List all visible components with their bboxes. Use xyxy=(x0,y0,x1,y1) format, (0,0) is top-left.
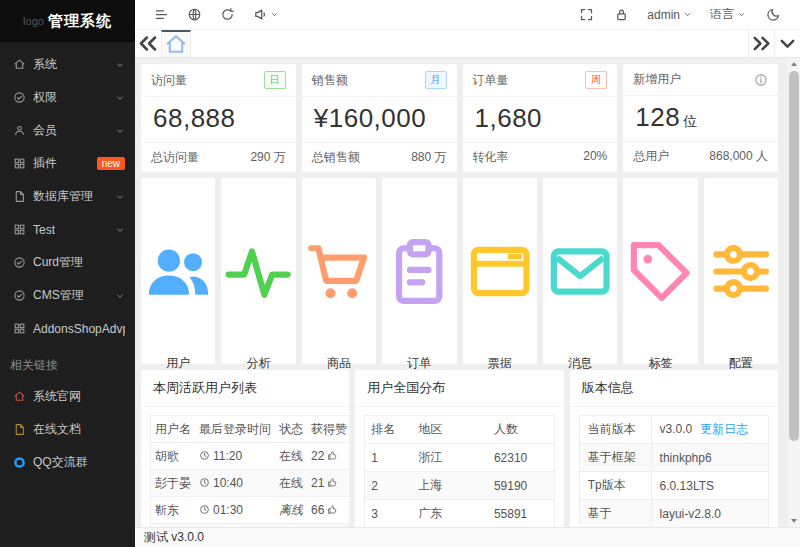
shortcut-users[interactable]: 用户 xyxy=(141,178,215,364)
sidebar-item-database[interactable]: 数据库管理 xyxy=(0,180,135,213)
sidebar-item-addonsshop[interactable]: AddonsShopAdvposition xyxy=(0,312,135,345)
sidebar-link-online-docs[interactable]: 在线文档 xyxy=(0,413,135,446)
grid-icon xyxy=(13,223,26,236)
clock-icon xyxy=(199,450,210,464)
col-header: 排名 xyxy=(365,416,412,444)
panel-active-users: 本周活跃用户列表 用户名 最后登录时间 状态 获得赞 胡歌11:20在线22 xyxy=(141,370,349,527)
stat-card-sales: 销售额月 ¥160,000 总销售额880 万 xyxy=(302,64,457,172)
table-row: 当前版本v3.0.0更新日志 xyxy=(579,416,768,444)
refresh-icon[interactable] xyxy=(220,7,235,22)
tabs-scroll-right-icon[interactable] xyxy=(748,30,774,57)
sidebar-item-label: Test xyxy=(33,223,55,237)
docs-icon xyxy=(13,423,26,436)
col-header: 获得赞 xyxy=(307,416,349,443)
shortcuts-row: 用户 分析 商品 订单 票据 消息 标签 配置 xyxy=(141,178,778,364)
footer-version-text: 测试 v3.0.0 xyxy=(144,529,204,546)
sidebar-item-system[interactable]: 系统 xyxy=(0,48,135,81)
stat-unit: 位 xyxy=(683,113,698,129)
tabs-scroll-left-icon[interactable] xyxy=(135,30,161,57)
announcement-dropdown[interactable] xyxy=(244,7,281,22)
grid-icon xyxy=(13,322,26,335)
col-header: 用户名 xyxy=(151,416,196,443)
chevron-down-icon xyxy=(737,10,746,19)
stat-title: 新增用户 xyxy=(633,71,681,88)
clock-icon xyxy=(199,477,210,491)
sidebar-item-label: 会员 xyxy=(33,122,57,139)
shortcut-analysis[interactable]: 分析 xyxy=(221,178,295,364)
shortcut-messages[interactable]: 消息 xyxy=(543,178,617,364)
period-badge-week: 周 xyxy=(585,71,607,89)
stat-value: 128 xyxy=(635,102,680,132)
stat-title: 访问量 xyxy=(151,72,187,89)
thumbs-up-icon[interactable] xyxy=(327,477,338,491)
changelog-link[interactable]: 更新日志 xyxy=(700,422,748,436)
shortcut-tickets[interactable]: 票据 xyxy=(463,178,537,364)
sidebar-item-cms[interactable]: CMS管理 xyxy=(0,279,135,312)
sidebar-item-auth[interactable]: 权限 xyxy=(0,81,135,114)
app-window: logo 管理系统 系统 权限 会员 插件 new xyxy=(0,0,800,547)
scrollbar-thumb[interactable] xyxy=(789,71,799,441)
sidebar-link-qq-group[interactable]: QQ交流群 xyxy=(0,446,135,479)
sidebar-item-test[interactable]: Test xyxy=(0,213,135,246)
stat-card-new-users: 新增用户 128位 总用户868,000 人 xyxy=(623,64,778,172)
sidebar-item-label: AddonsShopAdvposition xyxy=(33,322,125,336)
database-icon xyxy=(13,190,26,203)
theme-moon-icon[interactable] xyxy=(766,7,781,22)
content-scrollbar[interactable] xyxy=(788,58,800,527)
cms-icon xyxy=(13,289,26,302)
globe-icon[interactable] xyxy=(187,7,202,22)
tab-home[interactable] xyxy=(161,30,191,57)
sidebar-item-curd[interactable]: Curd管理 xyxy=(0,246,135,279)
scroll-down-icon[interactable] xyxy=(788,515,800,527)
menu-fold-icon[interactable] xyxy=(154,7,169,22)
period-badge-month: 月 xyxy=(425,71,447,89)
chevron-down-icon xyxy=(270,10,279,19)
shortcut-settings[interactable]: 配置 xyxy=(704,178,778,364)
sidebar-item-label: 插件 xyxy=(33,155,57,172)
stat-foot-label: 总销售额 xyxy=(312,149,360,166)
panel-title: 用户全国分布 xyxy=(355,370,563,407)
stat-foot-value: 20% xyxy=(583,149,607,166)
col-header: 状态 xyxy=(275,416,307,443)
member-icon xyxy=(13,124,26,137)
tab-bar xyxy=(135,30,800,58)
lock-screen-icon[interactable] xyxy=(614,7,629,22)
table-row: Tp版本6.0.13LTS xyxy=(579,472,768,500)
panel-version-info: 版本信息 当前版本v3.0.0更新日志 基于框架thinkphp6 Tp版本6.… xyxy=(570,370,778,527)
table-row: 2上海59190 xyxy=(365,472,554,500)
user-dropdown[interactable]: admin xyxy=(647,8,694,22)
info-icon[interactable] xyxy=(754,73,768,87)
shortcut-tags[interactable]: 标签 xyxy=(623,178,697,364)
sidebar-item-label: 数据库管理 xyxy=(33,188,93,205)
stat-value: 1,680 xyxy=(463,97,618,142)
sidebar-item-label: CMS管理 xyxy=(33,287,84,304)
sliders-icon xyxy=(704,188,778,355)
footer-bar: 测试 v3.0.0 xyxy=(135,527,800,547)
table-row: 基于框架thinkphp6 xyxy=(579,444,768,472)
sidebar-item-addon[interactable]: 插件 new xyxy=(0,147,135,180)
thumbs-up-icon[interactable] xyxy=(327,450,338,464)
stat-foot-label: 总用户 xyxy=(633,148,669,165)
fullscreen-icon[interactable] xyxy=(579,7,594,22)
app-logo: logo 管理系统 xyxy=(0,0,135,42)
scroll-up-icon[interactable] xyxy=(788,58,800,70)
pulse-icon xyxy=(221,188,295,355)
sidebar-link-label: QQ交流群 xyxy=(33,454,88,471)
related-links-title: 相关链接 xyxy=(0,345,135,380)
shortcut-orders[interactable]: 订单 xyxy=(382,178,456,364)
users-icon xyxy=(141,188,215,355)
shortcut-goods[interactable]: 商品 xyxy=(302,178,376,364)
megaphone-icon xyxy=(253,7,268,22)
stat-title: 销售额 xyxy=(312,72,348,89)
panel-title: 版本信息 xyxy=(570,370,778,407)
top-navbar: admin 语言 xyxy=(135,0,800,30)
table-row: 胡歌11:20在线22 xyxy=(151,443,350,470)
sidebar-item-member[interactable]: 会员 xyxy=(0,114,135,147)
language-dropdown[interactable]: 语言 xyxy=(710,6,748,23)
stat-foot-label: 总访问量 xyxy=(151,149,199,166)
thumbs-up-icon[interactable] xyxy=(327,504,338,518)
sidebar-item-label: Curd管理 xyxy=(33,254,83,271)
sidebar-link-official-site[interactable]: 系统官网 xyxy=(0,380,135,413)
table-row: 吴尊21:18离线45 xyxy=(151,524,350,528)
tabs-menu-icon[interactable] xyxy=(774,30,800,57)
